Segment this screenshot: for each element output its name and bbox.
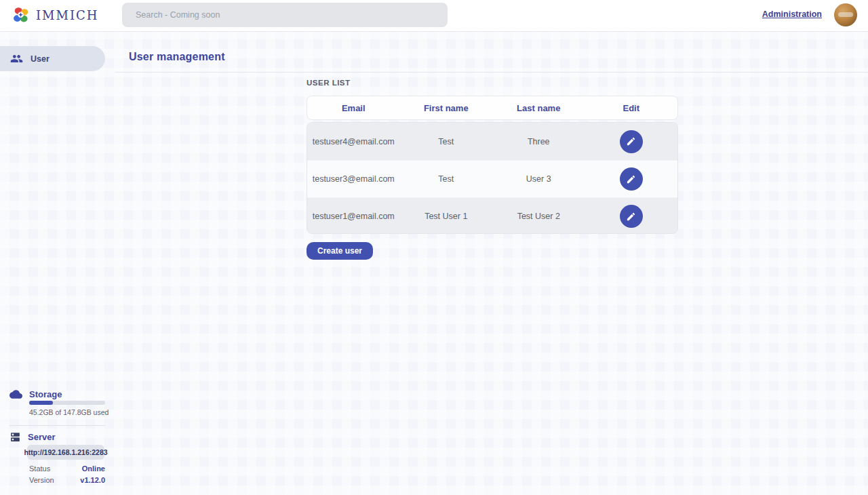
- cell-email: testuser1@email.com: [307, 212, 400, 221]
- table-row: testuser1@email.com Test User 1 Test Use…: [307, 197, 677, 234]
- server-section: Server http://192.168.1.216:2283 Status …: [0, 431, 115, 443]
- server-url: http://192.168.1.216:2283: [24, 448, 107, 456]
- table-row: testuser3@email.com Test User 3: [307, 160, 677, 197]
- cloud-icon: [9, 388, 22, 401]
- create-user-button[interactable]: Create user: [307, 242, 373, 260]
- search-input[interactable]: [122, 3, 448, 27]
- server-url-chip: http://192.168.1.216:2283: [27, 445, 104, 460]
- server-title: Server: [28, 432, 55, 442]
- column-header-first-name: First name: [400, 103, 493, 113]
- cell-last-name: Test User 2: [492, 212, 585, 221]
- column-header-email: Email: [307, 103, 400, 113]
- edit-user-button[interactable]: [620, 205, 643, 228]
- user-list-label: USER LIST: [307, 79, 351, 87]
- page-title: User management: [129, 51, 225, 63]
- cell-last-name: User 3: [492, 174, 585, 184]
- table-row: testuser4@email.com Test Three: [307, 123, 677, 160]
- cell-first-name: Test: [400, 137, 493, 146]
- status-value: Online: [82, 464, 105, 473]
- storage-title: Storage: [29, 389, 62, 399]
- version-value: v1.12.0: [80, 476, 105, 484]
- cell-email: testuser3@email.com: [307, 174, 400, 184]
- status-label: Status: [29, 464, 50, 473]
- server-icon: [9, 431, 21, 443]
- edit-user-button[interactable]: [620, 130, 643, 153]
- server-version-row: Version v1.12.0: [29, 476, 105, 484]
- pencil-icon: [626, 212, 636, 222]
- sidebar-item-user[interactable]: User: [0, 46, 105, 71]
- sidebar-item-user-label: User: [31, 54, 50, 64]
- storage-usage-text: 45.2GB of 147.8GB used: [29, 408, 108, 416]
- brand-wordmark: IMMICH: [36, 8, 99, 22]
- sidebar-divider: [9, 425, 105, 426]
- cell-last-name: Three: [492, 137, 585, 146]
- storage-section: Storage 45.2GB of 147.8GB used: [0, 388, 115, 401]
- pencil-icon: [626, 136, 636, 146]
- user-table-body: testuser4@email.com Test Three testuser3…: [307, 122, 678, 234]
- user-table-header: Email First name Last name Edit: [307, 96, 678, 120]
- version-label: Version: [29, 476, 54, 484]
- user-avatar[interactable]: [834, 3, 857, 26]
- column-header-edit: Edit: [585, 103, 678, 113]
- cell-first-name: Test User 1: [400, 212, 493, 221]
- immich-admin-app: IMMICH Administration User User manageme…: [0, 0, 868, 495]
- administration-link[interactable]: Administration: [762, 9, 822, 19]
- pencil-icon: [626, 174, 636, 184]
- title-divider: [115, 72, 868, 73]
- cell-email: testuser4@email.com: [307, 137, 400, 146]
- server-status-row: Status Online: [29, 464, 105, 473]
- immich-flower-icon: [12, 6, 30, 24]
- users-icon: [10, 52, 23, 65]
- top-bar: IMMICH Administration: [0, 0, 868, 32]
- cell-first-name: Test: [400, 174, 493, 184]
- immich-logo[interactable]: IMMICH: [12, 6, 99, 24]
- edit-user-button[interactable]: [620, 167, 643, 191]
- column-header-last-name: Last name: [492, 103, 585, 113]
- storage-progress-fill: [29, 401, 53, 405]
- storage-progress-track: [29, 401, 105, 405]
